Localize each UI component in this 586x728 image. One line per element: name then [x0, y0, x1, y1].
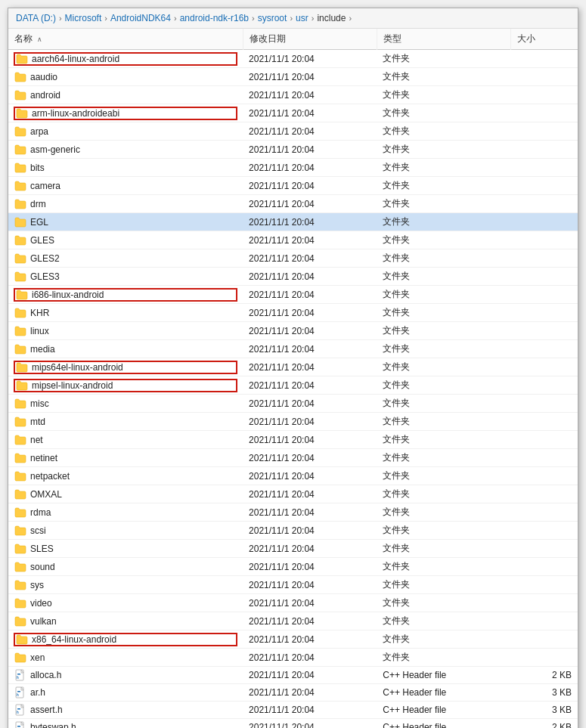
table-row[interactable]: OMXAL2021/11/1 20:04文件夹 — [8, 485, 578, 503]
file-type: 文件夹 — [377, 576, 510, 594]
file-date: 2021/11/1 20:04 — [243, 177, 377, 195]
file-name-cell-21: net — [8, 431, 243, 449]
breadcrumb-microsoft[interactable]: Microsoft — [65, 13, 102, 23]
folder-icon — [14, 398, 26, 409]
table-row[interactable]: linux2021/11/1 20:04文件夹 — [8, 322, 578, 340]
file-date: 2021/11/1 20:04 — [243, 268, 377, 286]
table-row[interactable]: x86_64-linux-android2021/11/1 20:04文件夹 — [8, 630, 578, 649]
file-size: 3 KB — [510, 684, 578, 702]
folder-icon — [14, 72, 26, 82]
table-row[interactable]: xen2021/11/1 20:04文件夹 — [8, 649, 578, 667]
folder-icon — [14, 544, 26, 554]
table-row[interactable]: misc2021/11/1 20:04文件夹 — [8, 395, 578, 413]
file-name-label: video — [30, 598, 52, 609]
folder-icon — [14, 417, 26, 427]
file-type: 文件夹 — [377, 159, 510, 177]
breadcrumb-ndk-r16b[interactable]: android-ndk-r16b — [180, 13, 249, 23]
table-row[interactable]: h byteswap.h2021/11/1 20:04C++ Header fi… — [8, 719, 578, 729]
table-row[interactable]: asm-generic2021/11/1 20:04文件夹 — [8, 141, 578, 159]
table-row[interactable]: KHR2021/11/1 20:04文件夹 — [8, 304, 578, 322]
folder-icon — [14, 326, 26, 336]
file-date: 2021/11/1 20:04 — [243, 594, 377, 612]
table-row[interactable]: mtd2021/11/1 20:04文件夹 — [8, 413, 578, 431]
col-header-type[interactable]: 类型 — [377, 29, 510, 50]
col-header-size[interactable]: 大小 — [510, 29, 578, 50]
file-type: 文件夹 — [377, 340, 510, 358]
file-size — [510, 413, 578, 431]
table-row[interactable]: i686-linux-android2021/11/1 20:04文件夹 — [8, 286, 578, 304]
table-row[interactable]: mips64el-linux-android2021/11/1 20:04文件夹 — [8, 358, 578, 376]
table-row[interactable]: h assert.h2021/11/1 20:04C++ Header file… — [8, 702, 578, 719]
file-name-cell-28: sound — [8, 558, 243, 576]
breadcrumb-sysroot[interactable]: sysroot — [258, 13, 287, 23]
table-row[interactable]: SLES2021/11/1 20:04文件夹 — [8, 540, 578, 558]
table-row[interactable]: scsi2021/11/1 20:04文件夹 — [8, 522, 578, 540]
file-date: 2021/11/1 20:04 — [243, 159, 377, 177]
file-size — [510, 485, 578, 503]
table-row[interactable]: net2021/11/1 20:04文件夹 — [8, 431, 578, 449]
file-name-cell-27: SLES — [8, 540, 243, 558]
breadcrumb-sep-6: › — [349, 14, 352, 23]
file-type: 文件夹 — [377, 304, 510, 322]
breadcrumb-sep-2: › — [174, 14, 177, 23]
file-date: 2021/11/1 20:04 — [243, 684, 377, 702]
breadcrumb-usr[interactable]: usr — [296, 13, 309, 23]
file-name-label: vulkan — [30, 616, 57, 627]
folder-icon — [14, 580, 26, 590]
table-row[interactable]: mipsel-linux-android2021/11/1 20:04文件夹 — [8, 376, 578, 395]
file-name-cell-22: netinet — [8, 449, 243, 467]
table-row[interactable]: vulkan2021/11/1 20:04文件夹 — [8, 612, 578, 630]
file-size — [510, 322, 578, 340]
table-row[interactable]: netinet2021/11/1 20:04文件夹 — [8, 449, 578, 467]
file-size: 2 KB — [510, 667, 578, 684]
file-name-label: xen — [30, 652, 45, 663]
table-row[interactable]: EGL2021/11/1 20:04文件夹 — [8, 213, 578, 231]
table-row[interactable]: drm2021/11/1 20:04文件夹 — [8, 195, 578, 213]
file-name-label: net — [30, 435, 43, 445]
table-row[interactable]: sys2021/11/1 20:04文件夹 — [8, 576, 578, 594]
table-row[interactable]: h alloca.h2021/11/1 20:04C++ Header file… — [8, 667, 578, 684]
folder-icon — [14, 90, 26, 101]
file-type: 文件夹 — [377, 322, 510, 340]
file-size — [510, 286, 578, 304]
table-row[interactable]: video2021/11/1 20:04文件夹 — [8, 594, 578, 612]
table-row[interactable]: GLES32021/11/1 20:04文件夹 — [8, 268, 578, 286]
file-date: 2021/11/1 20:04 — [243, 467, 377, 485]
table-row[interactable]: android2021/11/1 20:04文件夹 — [8, 86, 578, 104]
file-name-label: assert.h — [30, 705, 63, 715]
breadcrumb-data[interactable]: DATA (D:) — [16, 13, 56, 23]
table-row[interactable]: netpacket2021/11/1 20:04文件夹 — [8, 467, 578, 485]
file-name-cell-32: x86_64-linux-android — [8, 630, 243, 649]
breadcrumb-ndk64[interactable]: AndroidNDK64 — [110, 13, 171, 23]
table-row[interactable]: bits2021/11/1 20:04文件夹 — [8, 159, 578, 177]
folder-icon — [16, 380, 28, 391]
table-row[interactable]: camera2021/11/1 20:04文件夹 — [8, 177, 578, 195]
table-row[interactable]: aarch64-linux-android2021/11/1 20:04文件夹 — [8, 50, 578, 68]
table-row[interactable]: sound2021/11/1 20:04文件夹 — [8, 558, 578, 576]
folder-icon — [14, 598, 26, 609]
file-name-cell-7: camera — [8, 177, 243, 195]
svg-rect-7 — [17, 708, 20, 710]
folder-icon — [16, 54, 28, 64]
file-type: 文件夹 — [377, 231, 510, 249]
folder-icon — [16, 290, 28, 300]
file-name-cell-33: xen — [8, 649, 243, 667]
table-row[interactable]: h ar.h2021/11/1 20:04C++ Header file3 KB — [8, 684, 578, 702]
file-name-cell-11: GLES2 — [8, 249, 243, 268]
col-header-name[interactable]: 名称 ∧ — [8, 29, 243, 50]
file-date: 2021/11/1 20:04 — [243, 286, 377, 304]
table-row[interactable]: GLES22021/11/1 20:04文件夹 — [8, 249, 578, 268]
file-name-cell-9: EGL — [8, 213, 243, 231]
file-size — [510, 522, 578, 540]
table-row[interactable]: arpa2021/11/1 20:04文件夹 — [8, 122, 578, 141]
file-size — [510, 649, 578, 667]
table-row[interactable]: arm-linux-androideabi2021/11/1 20:04文件夹 — [8, 104, 578, 122]
table-row[interactable]: aaudio2021/11/1 20:04文件夹 — [8, 68, 578, 86]
col-header-date[interactable]: 修改日期 — [243, 29, 377, 50]
table-row[interactable]: GLES2021/11/1 20:04文件夹 — [8, 231, 578, 249]
file-type: 文件夹 — [377, 286, 510, 304]
file-name-label: drm — [30, 199, 46, 209]
file-name-label: mips64el-linux-android — [32, 362, 123, 373]
table-row[interactable]: media2021/11/1 20:04文件夹 — [8, 340, 578, 358]
table-row[interactable]: rdma2021/11/1 20:04文件夹 — [8, 503, 578, 522]
